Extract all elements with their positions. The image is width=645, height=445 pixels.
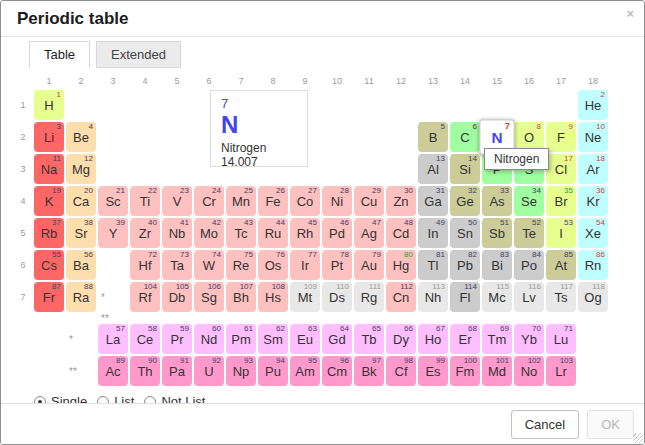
element-cell-Ni[interactable]: Ni28 — [322, 186, 352, 216]
element-cell-I[interactable]: I53 — [546, 218, 576, 248]
element-cell-No[interactable]: No102 — [514, 356, 544, 386]
element-cell-Cd[interactable]: Cd48 — [386, 218, 416, 248]
resize-grip-icon[interactable] — [633, 433, 643, 443]
element-cell-Al[interactable]: Al13 — [418, 154, 448, 184]
element-cell-Tl[interactable]: Tl81 — [418, 250, 448, 280]
element-cell-Ts[interactable]: Ts117 — [546, 282, 576, 312]
element-cell-Pb[interactable]: Pb82 — [450, 250, 480, 280]
element-cell-Th[interactable]: Th90 — [130, 356, 160, 386]
element-cell-Sr[interactable]: Sr38 — [66, 218, 96, 248]
element-cell-Pt[interactable]: Pt78 — [322, 250, 352, 280]
element-cell-Fl[interactable]: Fl114 — [450, 282, 480, 312]
element-cell-Fr[interactable]: Fr87 — [34, 282, 64, 312]
element-cell-Og[interactable]: Og118 — [578, 282, 608, 312]
element-cell-Ra[interactable]: Ra88 — [66, 282, 96, 312]
element-cell-Yb[interactable]: Yb70 — [514, 324, 544, 354]
element-cell-Ge[interactable]: Ge32 — [450, 186, 480, 216]
element-cell-Gd[interactable]: Gd64 — [322, 324, 352, 354]
tab-extended[interactable]: Extended — [96, 41, 181, 68]
element-cell-Tm[interactable]: Tm69 — [482, 324, 512, 354]
element-cell-Ho[interactable]: Ho67 — [418, 324, 448, 354]
element-cell-In[interactable]: In49 — [418, 218, 448, 248]
element-cell-Eu[interactable]: Eu63 — [290, 324, 320, 354]
element-cell-Hs[interactable]: Hs108 — [258, 282, 288, 312]
element-cell-Er[interactable]: Er68 — [450, 324, 480, 354]
element-cell-Tb[interactable]: Tb65 — [354, 324, 384, 354]
element-cell-Cl[interactable]: Cl17 — [546, 154, 576, 184]
element-cell-Co[interactable]: Co27 — [290, 186, 320, 216]
element-cell-Pr[interactable]: Pr59 — [162, 324, 192, 354]
element-cell-Mo[interactable]: Mo42 — [194, 218, 224, 248]
element-cell-Tc[interactable]: Tc43 — [226, 218, 256, 248]
element-cell-La[interactable]: La57 — [98, 324, 128, 354]
element-cell-Au[interactable]: Au79 — [354, 250, 384, 280]
element-cell-Rg[interactable]: Rg111 — [354, 282, 384, 312]
element-cell-Pm[interactable]: Pm61 — [226, 324, 256, 354]
element-cell-Te[interactable]: Te52 — [514, 218, 544, 248]
element-cell-Kr[interactable]: Kr36 — [578, 186, 608, 216]
element-cell-K[interactable]: K19 — [34, 186, 64, 216]
element-cell-Ta[interactable]: Ta73 — [162, 250, 192, 280]
element-cell-Ga[interactable]: Ga31 — [418, 186, 448, 216]
element-cell-Os[interactable]: Os76 — [258, 250, 288, 280]
element-cell-Bk[interactable]: Bk97 — [354, 356, 384, 386]
element-cell-Mt[interactable]: Mt109 — [290, 282, 320, 312]
element-cell-C[interactable]: C6 — [450, 122, 480, 152]
element-cell-Li[interactable]: Li3 — [34, 122, 64, 152]
element-cell-He[interactable]: He2 — [578, 90, 608, 120]
element-cell-Fm[interactable]: Fm100 — [450, 356, 480, 386]
element-cell-Re[interactable]: Re75 — [226, 250, 256, 280]
element-cell-H[interactable]: H1 — [34, 90, 64, 120]
element-cell-Ag[interactable]: Ag47 — [354, 218, 384, 248]
element-cell-Hf[interactable]: Hf72 — [130, 250, 160, 280]
element-cell-Sg[interactable]: Sg106 — [194, 282, 224, 312]
element-cell-Am[interactable]: Am95 — [290, 356, 320, 386]
element-cell-Ir[interactable]: Ir77 — [290, 250, 320, 280]
element-cell-Y[interactable]: Y39 — [98, 218, 128, 248]
element-cell-Hg[interactable]: Hg80 — [386, 250, 416, 280]
element-cell-Pd[interactable]: Pd46 — [322, 218, 352, 248]
element-cell-Br[interactable]: Br35 — [546, 186, 576, 216]
element-cell-Na[interactable]: Na11 — [34, 154, 64, 184]
element-cell-Cf[interactable]: Cf98 — [386, 356, 416, 386]
element-cell-Np[interactable]: Np93 — [226, 356, 256, 386]
element-cell-Rb[interactable]: Rb37 — [34, 218, 64, 248]
element-cell-Ru[interactable]: Ru44 — [258, 218, 288, 248]
element-cell-Ba[interactable]: Ba56 — [66, 250, 96, 280]
element-cell-Po[interactable]: Po84 — [514, 250, 544, 280]
element-cell-Sc[interactable]: Sc21 — [98, 186, 128, 216]
element-cell-Rn[interactable]: Rn86 — [578, 250, 608, 280]
element-cell-Ce[interactable]: Ce58 — [130, 324, 160, 354]
element-cell-Nb[interactable]: Nb41 — [162, 218, 192, 248]
element-cell-Mn[interactable]: Mn25 — [226, 186, 256, 216]
element-cell-Sm[interactable]: Sm62 — [258, 324, 288, 354]
element-cell-Fe[interactable]: Fe26 — [258, 186, 288, 216]
element-cell-B[interactable]: B5 — [418, 122, 448, 152]
element-cell-Pu[interactable]: Pu94 — [258, 356, 288, 386]
element-cell-Cu[interactable]: Cu29 — [354, 186, 384, 216]
element-cell-Sb[interactable]: Sb51 — [482, 218, 512, 248]
element-cell-Cn[interactable]: Cn112 — [386, 282, 416, 312]
element-cell-Pa[interactable]: Pa91 — [162, 356, 192, 386]
ok-button[interactable]: OK — [587, 410, 634, 439]
element-cell-Ne[interactable]: Ne10 — [578, 122, 608, 152]
element-cell-As[interactable]: As33 — [482, 186, 512, 216]
element-cell-Cr[interactable]: Cr24 — [194, 186, 224, 216]
element-cell-Xe[interactable]: Xe54 — [578, 218, 608, 248]
element-cell-Bi[interactable]: Bi83 — [482, 250, 512, 280]
element-cell-Bh[interactable]: Bh107 — [226, 282, 256, 312]
element-cell-Mg[interactable]: Mg12 — [66, 154, 96, 184]
element-cell-At[interactable]: At85 — [546, 250, 576, 280]
element-cell-Sn[interactable]: Sn50 — [450, 218, 480, 248]
element-cell-V[interactable]: V23 — [162, 186, 192, 216]
element-cell-Rf[interactable]: Rf104 — [130, 282, 160, 312]
element-cell-Db[interactable]: Db105 — [162, 282, 192, 312]
element-cell-Mc[interactable]: Mc115 — [482, 282, 512, 312]
element-cell-Nd[interactable]: Nd60 — [194, 324, 224, 354]
element-cell-Md[interactable]: Md101 — [482, 356, 512, 386]
cancel-button[interactable]: Cancel — [511, 410, 579, 439]
element-cell-Si[interactable]: Si14 — [450, 154, 480, 184]
element-cell-Ca[interactable]: Ca20 — [66, 186, 96, 216]
element-cell-W[interactable]: W74 — [194, 250, 224, 280]
element-cell-F[interactable]: F9 — [546, 122, 576, 152]
